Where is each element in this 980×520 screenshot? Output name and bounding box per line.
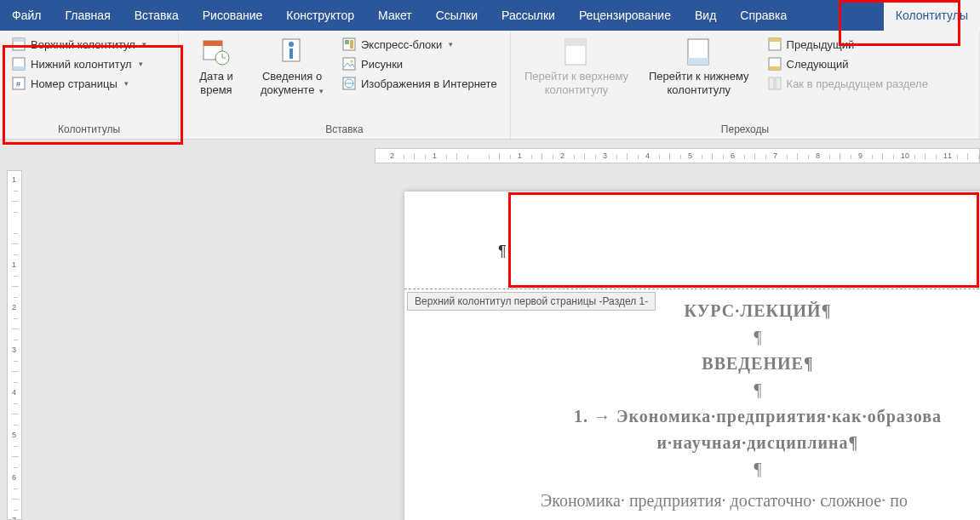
doc-info-label-1: Сведения о	[261, 70, 324, 83]
tab-draw[interactable]: Рисование	[191, 0, 275, 31]
tab-references[interactable]: Ссылки	[424, 0, 490, 31]
tab-home[interactable]: Главная	[53, 0, 122, 31]
date-time-label-2: время	[199, 83, 233, 97]
pictures-button[interactable]: Рисунки	[339, 55, 501, 72]
pictures-label: Рисунки	[361, 58, 403, 71]
chevron-down-icon: ▾	[319, 87, 324, 95]
svg-rect-25	[688, 58, 708, 65]
document-body-text: КУРС·ЛЕКЦИЙ¶ ¶ ВВЕДЕНИЕ¶ ¶ 1. → Экономик…	[515, 298, 980, 520]
svg-text:#: #	[16, 80, 20, 89]
cursor-pilcrow-icon: ¶	[498, 243, 507, 260]
header-label: Верхний колонтитул	[31, 38, 135, 51]
doc-info-button[interactable]: Сведения о документе ▾	[255, 36, 329, 98]
ruler-horizontal[interactable]	[375, 148, 980, 163]
document-page[interactable]: ¶ Верхний колонтитул первой страницы -Ра…	[404, 191, 980, 520]
group-label-headerfooter: Колонтитулы	[9, 122, 169, 135]
doc-heading-1a: 1. → Экономика·предприятия·как·образова	[515, 403, 980, 430]
tab-help[interactable]: Справка	[728, 0, 799, 31]
doc-blank-3: ¶	[515, 456, 980, 483]
tab-mailings[interactable]: Рассылки	[490, 0, 567, 31]
ribbon: Верхний колонтитул ▾ Нижний колонтитул ▾…	[0, 31, 980, 140]
link-previous-button[interactable]: Как в предыдущем разделе	[765, 75, 931, 92]
tab-design[interactable]: Конструктор	[274, 0, 366, 31]
svg-rect-13	[289, 49, 293, 59]
goto-header-button[interactable]: Перейти к верхнему колонтитулу	[519, 36, 633, 98]
ribbon-group-insert: Дата и время Сведения о документе ▾	[179, 31, 511, 139]
tab-file[interactable]: Файл	[0, 0, 53, 31]
online-pictures-button[interactable]: Изображения в Интернете	[339, 75, 501, 92]
header-button[interactable]: Верхний колонтитул ▾	[9, 36, 150, 53]
date-time-label-1: Дата и	[199, 70, 233, 83]
doc-info-label-2: документе	[261, 83, 314, 96]
ribbon-group-navigation: Перейти к верхнему колонтитулу Перейти к…	[511, 31, 980, 139]
page-number-label: Номер страницы	[31, 77, 117, 90]
online-pictures-label: Изображения в Интернете	[361, 77, 497, 90]
svg-rect-29	[769, 66, 781, 70]
doc-info-icon	[278, 37, 307, 66]
ribbon-tabbar: Файл Главная Вставка Рисование Конструкт…	[0, 0, 980, 31]
svg-rect-16	[350, 40, 353, 49]
goto-footer-label-1: Перейти к нижнему	[649, 70, 749, 83]
quick-parts-button[interactable]: Экспресс-блоки ▾	[339, 36, 501, 53]
tab-insert[interactable]: Вставка	[123, 0, 191, 31]
svg-point-18	[351, 60, 353, 63]
chevron-down-icon: ▾	[142, 40, 146, 49]
tab-header-footer[interactable]: Колонтитулы	[884, 0, 980, 31]
goto-footer-button[interactable]: Перейти к нижнему колонтитулу	[644, 36, 754, 98]
next-label: Следующий	[787, 58, 849, 71]
header-area[interactable]: ¶	[404, 191, 980, 289]
quick-parts-icon	[342, 37, 356, 51]
svg-rect-1	[13, 38, 25, 42]
next-icon	[768, 57, 782, 71]
footer-icon	[12, 57, 26, 71]
svg-rect-3	[13, 66, 25, 70]
previous-label: Предыдущий	[787, 38, 855, 51]
footer-button[interactable]: Нижний колонтитул ▾	[9, 55, 150, 72]
goto-header-icon	[562, 37, 591, 66]
goto-footer-label-2: колонтитулу	[649, 83, 749, 97]
svg-rect-30	[769, 77, 774, 89]
doc-blank-1: ¶	[515, 324, 980, 351]
next-button[interactable]: Следующий	[765, 55, 931, 72]
ribbon-group-headerfooter: Верхний колонтитул ▾ Нижний колонтитул ▾…	[0, 31, 179, 139]
chevron-down-icon: ▾	[139, 60, 143, 68]
link-previous-icon	[768, 77, 782, 90]
doc-title: КУРС·ЛЕКЦИЙ¶	[515, 298, 980, 324]
page-number-icon: #	[12, 77, 26, 90]
svg-rect-31	[776, 77, 781, 89]
doc-paragraph-line-1: Экономика· предприятия· достаточно· слож…	[515, 488, 980, 514]
header-icon	[12, 37, 26, 51]
page-number-button[interactable]: # Номер страницы ▾	[9, 75, 150, 92]
previous-icon	[768, 37, 782, 51]
tab-layout[interactable]: Макет	[366, 0, 424, 31]
svg-rect-7	[203, 41, 222, 46]
tab-view[interactable]: Вид	[683, 0, 728, 31]
tab-review[interactable]: Рецензирование	[567, 0, 683, 31]
goto-footer-icon	[685, 37, 714, 66]
date-time-button[interactable]: Дата и время	[187, 36, 245, 98]
svg-rect-15	[345, 40, 349, 44]
doc-intro: ВВЕДЕНИЕ¶	[515, 351, 980, 377]
goto-header-label-2: колонтитулу	[524, 83, 628, 97]
previous-button[interactable]: Предыдущий	[765, 36, 931, 53]
chevron-down-icon: ▾	[124, 79, 129, 88]
group-label-navigation: Переходы	[519, 122, 971, 135]
goto-header-label-1: Перейти к верхнему	[524, 70, 628, 83]
link-previous-label: Как в предыдущем разделе	[787, 77, 928, 90]
svg-point-12	[289, 42, 294, 47]
group-label-insert: Вставка	[187, 122, 501, 135]
svg-rect-27	[769, 38, 781, 42]
doc-heading-1b: и·научная·дисциплина¶	[515, 430, 980, 456]
doc-blank-2: ¶	[515, 377, 980, 403]
svg-rect-17	[343, 58, 355, 70]
chevron-down-icon: ▾	[449, 40, 453, 49]
footer-label: Нижний колонтитул	[31, 58, 132, 71]
pictures-icon	[342, 57, 356, 71]
date-time-icon	[202, 37, 231, 66]
quick-parts-label: Экспресс-блоки	[361, 38, 442, 51]
svg-rect-23	[565, 39, 586, 46]
ruler-vertical[interactable]	[7, 170, 22, 520]
online-pictures-icon	[342, 77, 356, 90]
